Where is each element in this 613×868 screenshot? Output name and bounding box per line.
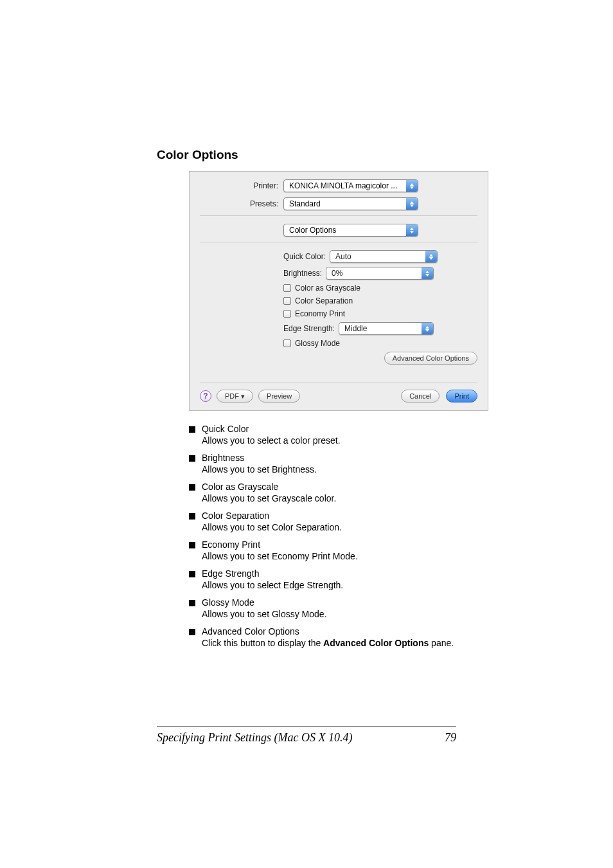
item-title: Quick Color	[202, 424, 341, 435]
item-desc: Allows you to set Economy Print Mode.	[202, 551, 358, 563]
presets-label: Presets:	[200, 199, 283, 208]
item-title: Advanced Color Options	[202, 626, 454, 638]
list-item: Quick Color Allows you to select a color…	[189, 424, 456, 446]
color-separation-checkbox[interactable]	[283, 297, 291, 305]
glossy-mode-checkbox[interactable]	[283, 339, 291, 347]
color-as-grayscale-checkbox[interactable]	[283, 284, 291, 292]
square-bullet-icon	[189, 629, 195, 635]
list-item: Advanced Color Options Click this button…	[189, 626, 456, 649]
chevron-updown-icon	[422, 323, 433, 334]
item-title: Color as Grayscale	[202, 482, 336, 493]
chevron-updown-icon	[422, 267, 433, 279]
item-desc: Allows you to set Glossy Mode.	[202, 609, 327, 620]
footer-rule	[157, 727, 456, 727]
pane-select[interactable]: Color Options	[283, 224, 418, 237]
printer-label: Printer:	[200, 181, 283, 190]
item-title: Edge Strength	[202, 568, 343, 580]
quick-color-value: Auto	[330, 252, 425, 261]
item-desc: Allows you to select a color preset.	[202, 435, 341, 447]
item-desc: Allows you to set Brightness.	[202, 464, 317, 476]
options-description-list: Quick Color Allows you to select a color…	[189, 424, 456, 649]
pdf-menu-button[interactable]: PDF ▾	[217, 390, 253, 402]
item-desc: Click this button to display the Advance…	[202, 638, 454, 649]
item-title: Color Separation	[202, 511, 342, 522]
presets-value: Standard	[284, 199, 406, 208]
list-item: Color Separation Allows you to set Color…	[189, 511, 456, 533]
print-button[interactable]: Print	[446, 390, 477, 402]
section-heading: Color Options	[157, 148, 456, 162]
list-item: Brightness Allows you to set Brightness.	[189, 453, 456, 475]
preview-button[interactable]: Preview	[258, 390, 300, 402]
brightness-value: 0%	[326, 269, 422, 278]
item-desc: Allows you to select Edge Strength.	[202, 580, 343, 592]
brightness-select[interactable]: 0%	[326, 267, 434, 280]
divider	[200, 215, 477, 216]
chevron-updown-icon	[406, 180, 418, 192]
list-item: Economy Print Allows you to set Economy …	[189, 539, 456, 562]
list-item: Color as Grayscale Allows you to set Gra…	[189, 482, 456, 504]
footer-title: Specifying Print Settings (Mac OS X 10.4…	[157, 731, 445, 745]
edge-strength-select[interactable]: Middle	[339, 322, 434, 335]
page-footer: Specifying Print Settings (Mac OS X 10.4…	[157, 727, 456, 745]
printer-value: KONICA MINOLTA magicolor ...	[284, 181, 406, 190]
divider	[200, 242, 477, 242]
print-dialog: Printer: KONICA MINOLTA magicolor ... Pr…	[189, 171, 488, 411]
advanced-color-options-button[interactable]: Advanced Color Options	[384, 352, 477, 365]
chevron-updown-icon	[406, 224, 418, 236]
list-item: Glossy Mode Allows you to set Glossy Mod…	[189, 597, 456, 620]
item-title: Brightness	[202, 453, 317, 464]
brightness-label: Brightness:	[283, 269, 326, 278]
square-bullet-icon	[189, 513, 195, 520]
square-bullet-icon	[189, 484, 195, 491]
square-bullet-icon	[189, 426, 195, 433]
glossy-mode-label: Glossy Mode	[295, 339, 340, 348]
printer-select[interactable]: KONICA MINOLTA magicolor ...	[283, 179, 418, 192]
economy-print-label: Economy Print	[295, 309, 345, 318]
cancel-button[interactable]: Cancel	[401, 390, 440, 402]
item-title: Glossy Mode	[202, 597, 327, 609]
square-bullet-icon	[189, 571, 195, 577]
item-title: Economy Print	[202, 539, 358, 551]
list-item: Edge Strength Allows you to select Edge …	[189, 568, 456, 591]
item-desc-post: pane.	[429, 638, 454, 648]
edge-strength-value: Middle	[339, 324, 422, 333]
color-separation-label: Color Separation	[295, 296, 353, 305]
item-desc: Allows you to set Color Separation.	[202, 522, 342, 534]
chevron-updown-icon	[406, 198, 418, 210]
item-desc-bold: Advanced Color Options	[323, 638, 429, 648]
economy-print-checkbox[interactable]	[283, 310, 291, 318]
color-as-grayscale-label: Color as Grayscale	[295, 284, 360, 293]
square-bullet-icon	[189, 455, 195, 462]
item-desc-pre: Click this button to display the	[202, 638, 323, 648]
item-desc: Allows you to set Grayscale color.	[202, 493, 336, 505]
quick-color-label: Quick Color:	[283, 252, 330, 261]
edge-strength-label: Edge Strength:	[283, 324, 339, 333]
chevron-updown-icon	[425, 251, 437, 262]
square-bullet-icon	[189, 542, 195, 548]
quick-color-select[interactable]: Auto	[330, 250, 438, 263]
square-bullet-icon	[189, 600, 195, 606]
page-number: 79	[445, 731, 456, 745]
help-button[interactable]: ?	[200, 390, 211, 402]
pane-value: Color Options	[284, 226, 406, 235]
presets-select[interactable]: Standard	[283, 197, 418, 210]
